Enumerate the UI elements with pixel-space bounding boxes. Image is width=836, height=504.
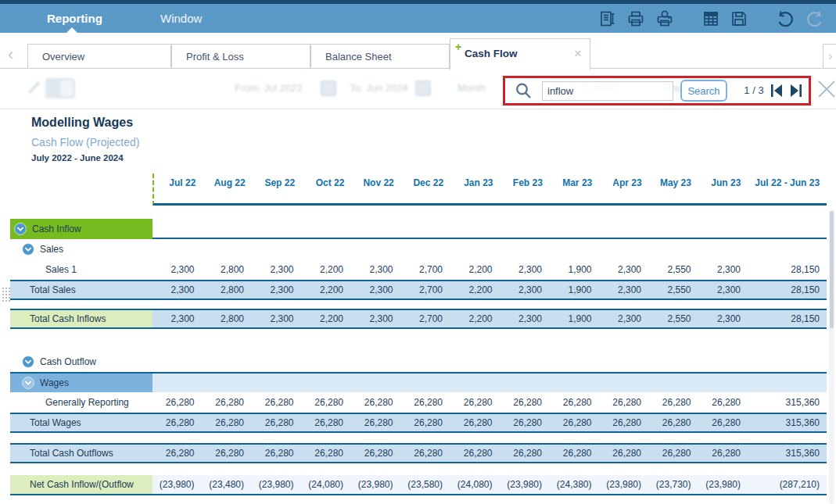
cell[interactable]: 2,300 xyxy=(152,313,203,324)
cell[interactable]: 2,200 xyxy=(450,313,501,324)
cell[interactable]: 26,280 xyxy=(450,397,501,408)
chevron-down-icon[interactable] xyxy=(22,377,34,389)
cell[interactable]: 1,900 xyxy=(550,264,600,275)
cell[interactable]: 2,300 xyxy=(699,264,749,275)
cell[interactable]: (23,980) xyxy=(501,479,551,490)
tab-scroll-left-icon[interactable]: ‹ xyxy=(8,47,13,63)
cell[interactable]: 2,300 xyxy=(152,264,203,275)
menu-window[interactable]: Window xyxy=(160,4,202,33)
previous-result-icon[interactable] xyxy=(770,83,784,98)
table-row[interactable]: Cash Inflow xyxy=(10,219,827,239)
cell[interactable]: 26,280 xyxy=(501,397,551,408)
cell[interactable]: 26,280 xyxy=(401,397,451,408)
cell[interactable]: 2,300 xyxy=(600,284,650,295)
cell[interactable]: 28,150 xyxy=(748,284,827,295)
cell[interactable]: 26,280 xyxy=(351,448,401,459)
cell[interactable]: (24,380) xyxy=(550,479,600,490)
column-header[interactable]: Sep 22 xyxy=(253,177,303,198)
cell[interactable]: 2,800 xyxy=(203,284,253,295)
cell[interactable]: (23,730) xyxy=(649,479,699,490)
tab-balance-sheet[interactable]: Balance Sheet xyxy=(310,44,450,69)
cell[interactable]: 2,200 xyxy=(302,284,352,295)
column-header[interactable]: Jul 22 xyxy=(154,177,203,198)
cell[interactable]: 26,280 xyxy=(450,417,501,428)
tab-close-icon[interactable]: × xyxy=(574,46,582,62)
cell[interactable]: 2,200 xyxy=(450,284,501,295)
cell[interactable]: 26,280 xyxy=(252,397,302,408)
column-header[interactable]: Oct 22 xyxy=(303,177,352,198)
cell[interactable]: 26,280 xyxy=(649,448,699,459)
column-header[interactable]: Jul 22 - Jun 23 xyxy=(748,177,827,198)
cell[interactable]: 26,280 xyxy=(600,417,650,428)
table-row[interactable]: Sales 12,3002,8002,3002,2002,3002,7002,2… xyxy=(10,259,827,280)
cell[interactable]: 26,280 xyxy=(302,397,352,408)
column-header[interactable]: Jun 23 xyxy=(699,177,748,198)
cell[interactable]: 26,280 xyxy=(203,417,253,428)
cell[interactable]: 26,280 xyxy=(351,397,401,408)
cell[interactable]: 2,300 xyxy=(699,284,749,295)
cell[interactable]: (23,980) xyxy=(600,479,650,490)
cell[interactable]: 26,280 xyxy=(550,417,600,428)
close-search-icon[interactable] xyxy=(816,78,836,100)
cell[interactable]: 26,280 xyxy=(152,417,203,428)
table-row[interactable]: Net Cash Inflow/(Outflow(23,980)(23,480)… xyxy=(10,475,827,495)
scrollbar-thumb[interactable] xyxy=(830,211,834,328)
search-button[interactable]: Search xyxy=(680,80,727,102)
chevron-down-icon[interactable] xyxy=(22,243,34,256)
vertical-scrollbar[interactable] xyxy=(829,209,834,504)
cell[interactable]: 2,200 xyxy=(302,313,352,324)
cell[interactable]: 26,280 xyxy=(649,397,699,408)
print-icon[interactable] xyxy=(626,9,645,28)
cell[interactable]: 26,280 xyxy=(600,448,650,459)
cell[interactable]: 28,150 xyxy=(748,264,827,275)
next-result-icon[interactable] xyxy=(789,83,803,98)
tab-cash-flow[interactable]: + Cash Flow × xyxy=(450,38,590,70)
cell[interactable]: 26,280 xyxy=(252,417,302,428)
column-header[interactable]: Aug 22 xyxy=(203,177,253,198)
cell[interactable]: (287,210) xyxy=(748,479,827,490)
cell[interactable]: 26,280 xyxy=(600,397,650,408)
row-drag-handle-icon[interactable] xyxy=(2,287,10,302)
cell[interactable]: 26,280 xyxy=(699,397,749,408)
cell[interactable]: 2,300 xyxy=(501,264,551,275)
cell[interactable]: 2,300 xyxy=(600,313,650,324)
cell[interactable]: 26,280 xyxy=(302,417,352,428)
table-row[interactable]: Total Cash Outflows26,28026,28026,28026,… xyxy=(10,443,827,463)
cell[interactable]: 26,280 xyxy=(401,448,451,459)
cell[interactable]: 2,550 xyxy=(649,284,699,295)
table-row[interactable]: Wages xyxy=(10,372,827,392)
cell[interactable]: 2,300 xyxy=(252,284,302,295)
undo-icon[interactable] xyxy=(775,9,795,29)
cell[interactable]: 2,800 xyxy=(203,264,253,275)
cell[interactable]: 28,150 xyxy=(748,313,827,324)
save-icon[interactable] xyxy=(730,9,748,28)
cell[interactable]: 26,280 xyxy=(550,397,600,408)
table-row[interactable]: Total Wages26,28026,28026,28026,28026,28… xyxy=(10,413,827,433)
chevron-down-icon[interactable] xyxy=(22,356,34,368)
tab-scroll-right-icon[interactable]: › xyxy=(823,44,836,69)
cell[interactable]: 26,280 xyxy=(649,417,699,428)
grid-view-icon[interactable] xyxy=(701,9,720,28)
column-header[interactable]: Mar 23 xyxy=(551,177,600,198)
cell[interactable]: 2,550 xyxy=(649,313,699,324)
cell[interactable]: 26,280 xyxy=(152,397,203,408)
cell[interactable]: 1,900 xyxy=(550,284,600,295)
cell[interactable]: 26,280 xyxy=(252,448,302,459)
column-header[interactable]: Feb 23 xyxy=(501,177,551,198)
cell[interactable]: 2,200 xyxy=(450,264,501,275)
cell[interactable]: 26,280 xyxy=(203,397,253,408)
cell[interactable]: 2,700 xyxy=(401,264,451,275)
search-input[interactable] xyxy=(542,81,673,101)
cell[interactable]: 26,280 xyxy=(699,417,749,428)
cell[interactable]: 2,300 xyxy=(252,264,302,275)
cell[interactable]: (23,980) xyxy=(699,479,749,490)
cell[interactable]: (23,980) xyxy=(152,479,203,490)
cell[interactable]: 26,280 xyxy=(401,417,451,428)
cell[interactable]: (23,580) xyxy=(401,479,451,490)
cell[interactable]: (24,080) xyxy=(450,479,501,490)
cell[interactable]: 26,280 xyxy=(152,448,203,459)
cell[interactable]: (23,980) xyxy=(252,479,302,490)
table-row[interactable]: Generally Reporting26,28026,28026,28026,… xyxy=(10,392,827,413)
cell[interactable]: 2,550 xyxy=(649,264,699,275)
cell[interactable]: 315,360 xyxy=(748,417,827,428)
